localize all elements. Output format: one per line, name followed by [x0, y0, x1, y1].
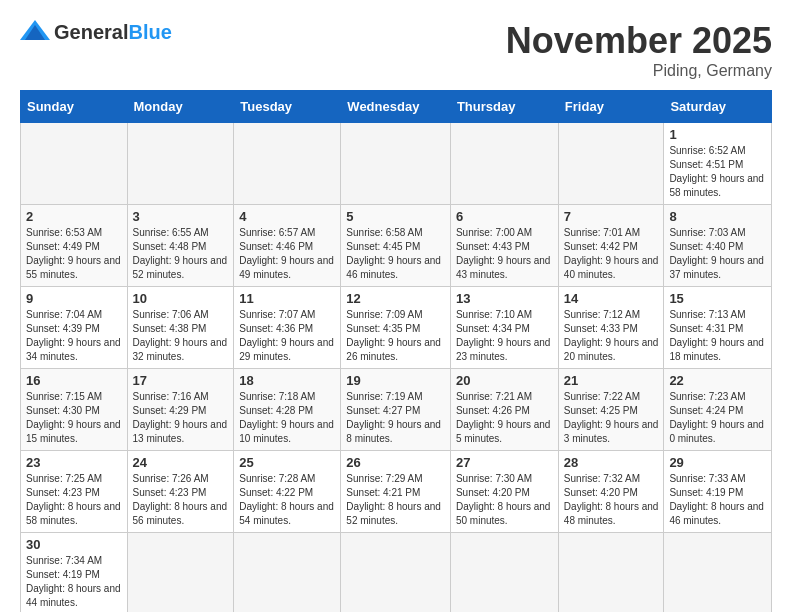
day-number: 6 — [456, 209, 553, 224]
weekday-friday: Friday — [558, 91, 664, 123]
week-row-5: 23Sunrise: 7:25 AM Sunset: 4:23 PM Dayli… — [21, 451, 772, 533]
day-number: 20 — [456, 373, 553, 388]
calendar-cell: 8Sunrise: 7:03 AM Sunset: 4:40 PM Daylig… — [664, 205, 772, 287]
day-number: 5 — [346, 209, 445, 224]
calendar-cell — [558, 123, 664, 205]
calendar-cell — [664, 533, 772, 613]
day-number: 9 — [26, 291, 122, 306]
weekday-tuesday: Tuesday — [234, 91, 341, 123]
calendar-cell: 16Sunrise: 7:15 AM Sunset: 4:30 PM Dayli… — [21, 369, 128, 451]
calendar-cell: 19Sunrise: 7:19 AM Sunset: 4:27 PM Dayli… — [341, 369, 451, 451]
day-number: 3 — [133, 209, 229, 224]
day-number: 8 — [669, 209, 766, 224]
day-info: Sunrise: 7:03 AM Sunset: 4:40 PM Dayligh… — [669, 226, 766, 282]
day-info: Sunrise: 7:28 AM Sunset: 4:22 PM Dayligh… — [239, 472, 335, 528]
day-number: 4 — [239, 209, 335, 224]
day-number: 10 — [133, 291, 229, 306]
calendar-cell: 14Sunrise: 7:12 AM Sunset: 4:33 PM Dayli… — [558, 287, 664, 369]
day-info: Sunrise: 7:04 AM Sunset: 4:39 PM Dayligh… — [26, 308, 122, 364]
week-row-4: 16Sunrise: 7:15 AM Sunset: 4:30 PM Dayli… — [21, 369, 772, 451]
day-info: Sunrise: 7:30 AM Sunset: 4:20 PM Dayligh… — [456, 472, 553, 528]
calendar-cell — [558, 533, 664, 613]
day-number: 29 — [669, 455, 766, 470]
calendar: SundayMondayTuesdayWednesdayThursdayFrid… — [20, 90, 772, 612]
calendar-cell: 25Sunrise: 7:28 AM Sunset: 4:22 PM Dayli… — [234, 451, 341, 533]
day-number: 22 — [669, 373, 766, 388]
weekday-sunday: Sunday — [21, 91, 128, 123]
weekday-saturday: Saturday — [664, 91, 772, 123]
day-number: 17 — [133, 373, 229, 388]
day-info: Sunrise: 7:22 AM Sunset: 4:25 PM Dayligh… — [564, 390, 659, 446]
page-header: GeneralBlue November 2025 Piding, German… — [20, 20, 772, 80]
calendar-cell: 26Sunrise: 7:29 AM Sunset: 4:21 PM Dayli… — [341, 451, 451, 533]
weekday-wednesday: Wednesday — [341, 91, 451, 123]
day-number: 24 — [133, 455, 229, 470]
calendar-cell: 27Sunrise: 7:30 AM Sunset: 4:20 PM Dayli… — [450, 451, 558, 533]
calendar-cell: 12Sunrise: 7:09 AM Sunset: 4:35 PM Dayli… — [341, 287, 451, 369]
calendar-cell: 23Sunrise: 7:25 AM Sunset: 4:23 PM Dayli… — [21, 451, 128, 533]
calendar-cell: 10Sunrise: 7:06 AM Sunset: 4:38 PM Dayli… — [127, 287, 234, 369]
calendar-cell: 1Sunrise: 6:52 AM Sunset: 4:51 PM Daylig… — [664, 123, 772, 205]
calendar-cell: 4Sunrise: 6:57 AM Sunset: 4:46 PM Daylig… — [234, 205, 341, 287]
day-info: Sunrise: 7:06 AM Sunset: 4:38 PM Dayligh… — [133, 308, 229, 364]
day-number: 28 — [564, 455, 659, 470]
day-number: 16 — [26, 373, 122, 388]
day-info: Sunrise: 7:32 AM Sunset: 4:20 PM Dayligh… — [564, 472, 659, 528]
week-row-3: 9Sunrise: 7:04 AM Sunset: 4:39 PM Daylig… — [21, 287, 772, 369]
calendar-cell — [234, 123, 341, 205]
week-row-6: 30Sunrise: 7:34 AM Sunset: 4:19 PM Dayli… — [21, 533, 772, 613]
day-info: Sunrise: 7:07 AM Sunset: 4:36 PM Dayligh… — [239, 308, 335, 364]
calendar-cell — [450, 123, 558, 205]
day-info: Sunrise: 7:21 AM Sunset: 4:26 PM Dayligh… — [456, 390, 553, 446]
day-info: Sunrise: 6:53 AM Sunset: 4:49 PM Dayligh… — [26, 226, 122, 282]
calendar-cell — [21, 123, 128, 205]
day-info: Sunrise: 7:18 AM Sunset: 4:28 PM Dayligh… — [239, 390, 335, 446]
day-info: Sunrise: 7:01 AM Sunset: 4:42 PM Dayligh… — [564, 226, 659, 282]
day-info: Sunrise: 7:00 AM Sunset: 4:43 PM Dayligh… — [456, 226, 553, 282]
day-number: 19 — [346, 373, 445, 388]
day-number: 27 — [456, 455, 553, 470]
day-info: Sunrise: 7:13 AM Sunset: 4:31 PM Dayligh… — [669, 308, 766, 364]
calendar-cell: 3Sunrise: 6:55 AM Sunset: 4:48 PM Daylig… — [127, 205, 234, 287]
month-title: November 2025 — [506, 20, 772, 62]
weekday-monday: Monday — [127, 91, 234, 123]
calendar-cell — [127, 123, 234, 205]
day-number: 14 — [564, 291, 659, 306]
day-info: Sunrise: 6:52 AM Sunset: 4:51 PM Dayligh… — [669, 144, 766, 200]
day-info: Sunrise: 7:16 AM Sunset: 4:29 PM Dayligh… — [133, 390, 229, 446]
day-number: 26 — [346, 455, 445, 470]
day-info: Sunrise: 6:55 AM Sunset: 4:48 PM Dayligh… — [133, 226, 229, 282]
calendar-cell: 9Sunrise: 7:04 AM Sunset: 4:39 PM Daylig… — [21, 287, 128, 369]
day-info: Sunrise: 7:15 AM Sunset: 4:30 PM Dayligh… — [26, 390, 122, 446]
calendar-cell — [234, 533, 341, 613]
day-number: 23 — [26, 455, 122, 470]
calendar-cell: 17Sunrise: 7:16 AM Sunset: 4:29 PM Dayli… — [127, 369, 234, 451]
day-number: 13 — [456, 291, 553, 306]
logo-text: GeneralBlue — [54, 21, 172, 44]
location: Piding, Germany — [506, 62, 772, 80]
calendar-cell: 29Sunrise: 7:33 AM Sunset: 4:19 PM Dayli… — [664, 451, 772, 533]
day-info: Sunrise: 7:10 AM Sunset: 4:34 PM Dayligh… — [456, 308, 553, 364]
weekday-thursday: Thursday — [450, 91, 558, 123]
day-info: Sunrise: 7:25 AM Sunset: 4:23 PM Dayligh… — [26, 472, 122, 528]
calendar-cell: 15Sunrise: 7:13 AM Sunset: 4:31 PM Dayli… — [664, 287, 772, 369]
calendar-cell: 18Sunrise: 7:18 AM Sunset: 4:28 PM Dayli… — [234, 369, 341, 451]
day-number: 15 — [669, 291, 766, 306]
day-number: 18 — [239, 373, 335, 388]
calendar-cell — [450, 533, 558, 613]
day-info: Sunrise: 7:34 AM Sunset: 4:19 PM Dayligh… — [26, 554, 122, 610]
weekday-header-row: SundayMondayTuesdayWednesdayThursdayFrid… — [21, 91, 772, 123]
day-number: 7 — [564, 209, 659, 224]
calendar-cell — [341, 533, 451, 613]
calendar-cell: 2Sunrise: 6:53 AM Sunset: 4:49 PM Daylig… — [21, 205, 128, 287]
day-info: Sunrise: 7:09 AM Sunset: 4:35 PM Dayligh… — [346, 308, 445, 364]
calendar-cell: 13Sunrise: 7:10 AM Sunset: 4:34 PM Dayli… — [450, 287, 558, 369]
calendar-cell: 7Sunrise: 7:01 AM Sunset: 4:42 PM Daylig… — [558, 205, 664, 287]
day-info: Sunrise: 6:57 AM Sunset: 4:46 PM Dayligh… — [239, 226, 335, 282]
title-block: November 2025 Piding, Germany — [506, 20, 772, 80]
day-info: Sunrise: 7:19 AM Sunset: 4:27 PM Dayligh… — [346, 390, 445, 446]
logo-icon — [20, 20, 50, 44]
day-number: 21 — [564, 373, 659, 388]
calendar-cell: 22Sunrise: 7:23 AM Sunset: 4:24 PM Dayli… — [664, 369, 772, 451]
calendar-cell: 24Sunrise: 7:26 AM Sunset: 4:23 PM Dayli… — [127, 451, 234, 533]
